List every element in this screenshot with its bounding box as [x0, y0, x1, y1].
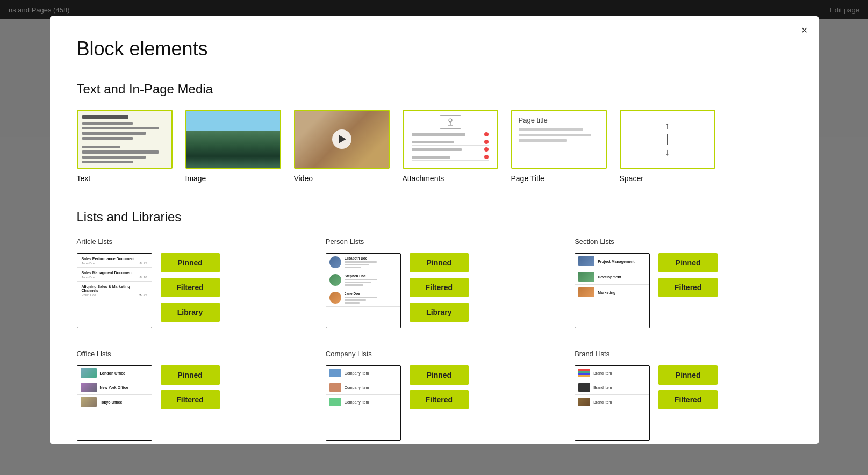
brand-item-1: Brand Item: [575, 366, 649, 380]
video-block-item[interactable]: Video: [294, 110, 390, 183]
arrow-down-icon: ↓: [665, 147, 670, 158]
person-lists-category: Person Lists Elizabeth Doe: [326, 238, 542, 328]
office-item-1: London Office: [77, 366, 152, 380]
office-img-1: [81, 368, 97, 378]
office-img-2: [81, 383, 97, 392]
image-label: Image: [185, 174, 206, 183]
spacer-block-item[interactable]: ↑ ↓ Spacer: [620, 110, 715, 183]
block-elements-modal: × Block elements Text and In-Page Media: [50, 16, 819, 444]
image-block-item[interactable]: Image: [185, 110, 281, 183]
media-items-row: Text Image Video: [77, 110, 792, 183]
office-lists-category: Office Lists London Office New York Offi…: [77, 350, 293, 441]
office-filtered-button[interactable]: Filtered: [161, 390, 220, 409]
spacer-label: Spacer: [620, 174, 643, 183]
company-img-3: [329, 398, 341, 406]
person-avatar-2: [329, 274, 341, 286]
spacer-thumbnail: ↑ ↓: [620, 110, 715, 169]
person-pinned-button[interactable]: Pinned: [410, 253, 469, 272]
company-lists-title: Company Lists: [326, 350, 542, 358]
image-thumb-content: [186, 111, 280, 168]
play-button-icon: [332, 129, 351, 149]
lists-libraries-title: Lists and Libraries: [77, 210, 792, 225]
person-library-button[interactable]: Library: [410, 303, 469, 322]
article-item-3: Aligning Sales & Marketing Channels Phil…: [77, 282, 152, 299]
section-lists-buttons: Pinned Filtered: [658, 253, 718, 297]
section-filtered-button[interactable]: Filtered: [658, 278, 718, 297]
text-media-section-title: Text and In-Page Media: [77, 82, 792, 97]
section-item-2: Development: [575, 269, 649, 285]
pagetitle-thumb-content: Page title: [512, 111, 606, 168]
person-list-preview: Elizabeth Doe Stephen Doe: [326, 253, 401, 328]
video-thumbnail: [294, 110, 390, 169]
video-label: Video: [294, 174, 313, 183]
modal-title: Block elements: [77, 38, 792, 60]
brand-item-2: Brand Item: [575, 380, 649, 395]
section-list-preview: Project Management Development Marketing: [575, 253, 650, 328]
attach-thumb-content: [404, 111, 497, 168]
page-title-block-item[interactable]: Page title Page Title: [511, 110, 607, 183]
text-label: Text: [77, 174, 91, 183]
company-list-preview: Company Item Company Item Company Item: [326, 365, 401, 441]
company-filtered-button[interactable]: Filtered: [410, 390, 469, 409]
company-lists-row: Company Item Company Item Company Item P…: [326, 365, 542, 441]
office-lists-title: Office Lists: [77, 350, 293, 358]
person-item-3: Jane Doe: [326, 289, 400, 307]
section-img-1: [578, 256, 594, 266]
brand-lists-category: Brand Lists Brand Item Brand Item: [575, 350, 791, 441]
company-lists-category: Company Lists Company Item Company Item: [326, 350, 542, 441]
section-pinned-button[interactable]: Pinned: [658, 253, 718, 272]
text-heading-line: [82, 115, 129, 119]
page-title-thumbnail: Page title: [511, 110, 607, 169]
video-thumb-content: [295, 111, 389, 168]
person-lists-title: Person Lists: [326, 238, 542, 246]
section-img-2: [578, 272, 594, 282]
brand-pinned-button[interactable]: Pinned: [658, 365, 718, 385]
section-lists-row: Project Management Development Marketing…: [575, 253, 791, 328]
brand-list-preview: Brand Item Brand Item Brand Item: [575, 365, 650, 441]
brand-img-1: [578, 369, 590, 377]
page-title-label: Page Title: [511, 174, 544, 183]
person-avatar-1: [329, 256, 341, 268]
article-lists-title: Article Lists: [77, 238, 293, 246]
company-item-1: Company Item: [326, 366, 400, 380]
office-lists-buttons: Pinned Filtered: [161, 365, 220, 409]
person-lists-row: Elizabeth Doe Stephen Doe: [326, 253, 542, 328]
brand-item-3: Brand Item: [575, 395, 649, 409]
company-img-1: [329, 369, 341, 377]
article-lists-category: Article Lists Sales Performance Document…: [77, 238, 293, 328]
company-item-2: Company Item: [326, 380, 400, 395]
brand-filtered-button[interactable]: Filtered: [658, 390, 718, 409]
arrow-up-icon: ↑: [665, 120, 670, 132]
attachments-thumbnail: [403, 110, 498, 169]
brand-lists-row: Brand Item Brand Item Brand Item Pinned: [575, 365, 791, 441]
company-img-2: [329, 383, 341, 392]
play-triangle-icon: [339, 135, 346, 143]
article-pinned-button[interactable]: Pinned: [161, 253, 220, 272]
article-library-button[interactable]: Library: [161, 303, 220, 322]
office-item-2: New York Office: [77, 380, 152, 395]
office-list-preview: London Office New York Office Tokyo Offi…: [77, 365, 152, 441]
article-lists-buttons: Pinned Filtered Library: [161, 253, 220, 322]
attachments-block-item[interactable]: Attachments: [403, 110, 498, 183]
brand-lists-buttons: Pinned Filtered: [658, 365, 718, 409]
person-filtered-button[interactable]: Filtered: [410, 278, 469, 297]
person-avatar-3: [329, 292, 341, 304]
company-lists-buttons: Pinned Filtered: [410, 365, 469, 409]
article-list-preview: Sales Performance Document Jane Doe 👁 25…: [77, 253, 152, 328]
svg-point-0: [449, 119, 452, 122]
brand-img-3: [578, 398, 590, 406]
office-pinned-button[interactable]: Pinned: [161, 365, 220, 385]
lists-libraries-section: Lists and Libraries Article Lists Sales …: [77, 210, 792, 441]
section-img-3: [578, 287, 594, 297]
article-item-1: Sales Performance Document Jane Doe 👁 25: [77, 254, 152, 268]
attachments-label: Attachments: [403, 174, 444, 183]
office-img-3: [81, 397, 97, 407]
text-media-section: Text and In-Page Media: [77, 82, 792, 183]
person-item-1: Elizabeth Doe: [326, 254, 400, 271]
spacer-thumb-content: ↑ ↓: [621, 111, 714, 168]
text-block-item[interactable]: Text: [77, 110, 173, 183]
article-filtered-button[interactable]: Filtered: [161, 278, 220, 297]
brand-img-2: [578, 383, 590, 392]
close-button[interactable]: ×: [801, 25, 808, 35]
company-pinned-button[interactable]: Pinned: [410, 365, 469, 385]
